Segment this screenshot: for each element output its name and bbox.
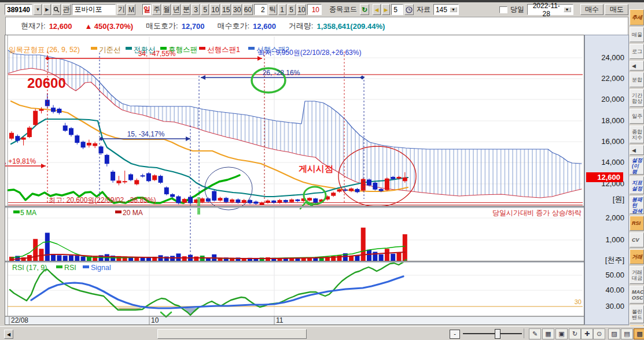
zoom-icon[interactable]: ⊙ xyxy=(593,328,605,339)
svg-text:최저: 9,950원(22/10/28,+26.63%): 최저: 9,950원(22/10/28,+26.63%) xyxy=(258,49,361,57)
svg-text:11: 11 xyxy=(276,316,284,324)
zoom-slider-track[interactable] xyxy=(463,333,522,334)
memo-icon[interactable]: ✎ xyxy=(529,328,541,339)
tick-count-input[interactable]: 2 xyxy=(254,4,267,15)
sidebar-item-0[interactable]: 추세 xyxy=(630,9,644,25)
sidebar-item-5[interactable]: 기간 합상 xyxy=(630,89,644,107)
scroll-left-button[interactable]: ◀ xyxy=(4,330,13,339)
date-combo[interactable]: 2022-11-28▼ xyxy=(527,4,573,15)
prev-arrow-button[interactable]: ◀ xyxy=(373,4,381,15)
sidebar-item-14[interactable]: 거래 xyxy=(630,249,644,264)
sidebar-item-7[interactable]: 종합 지수 xyxy=(630,125,644,143)
sidebar-item-3[interactable]: ◀ xyxy=(630,61,644,71)
axis-tick: 30.00 xyxy=(605,302,624,311)
sidebar-item-9[interactable]: 설정 (이평 xyxy=(630,157,644,175)
period-button-4[interactable]: 분 xyxy=(182,4,190,15)
svg-text:20600: 20600 xyxy=(27,75,66,91)
axis-tick: 50.00 xyxy=(605,271,624,279)
sidebar-item-11[interactable]: 봉패턴 검색 xyxy=(630,196,644,214)
tick-button[interactable]: 틱 xyxy=(268,4,277,15)
refresh-icon[interactable]: ↻ xyxy=(569,328,581,339)
refresh-icon[interactable]: ↻ xyxy=(360,4,369,15)
sidebar-item-8[interactable]: ◀ xyxy=(630,145,644,155)
svg-text:기준선: 기준선 xyxy=(99,46,121,54)
tickn-button-5[interactable]: 5 xyxy=(288,4,296,15)
gi-button[interactable]: 기 xyxy=(117,4,126,15)
axis-tick: [천주] xyxy=(605,255,624,265)
snapshot-icon[interactable]: ▣ xyxy=(555,328,568,339)
minute-button-3[interactable]: 3 xyxy=(192,4,200,15)
sidebar-item-16[interactable]: MAC OSC xyxy=(630,286,644,304)
ask-value: 12,700 xyxy=(182,22,205,31)
sell-button[interactable]: 매도 xyxy=(605,4,628,15)
volume-label: 거래량: xyxy=(289,21,314,31)
indicator-sidebar: 추세매물로그◀분합기간 합상일주종합 지수◀설정 (이평지표 설정봉패턴 검색R… xyxy=(630,9,644,326)
axis-tick: 22,000 xyxy=(601,74,624,83)
chart-toolbar: 389140▼▶관포바이포기M일주월년분35101530602틱151010종목… xyxy=(5,2,628,17)
axis-tick: 40.00 xyxy=(605,286,624,294)
gwan-button[interactable]: 관 xyxy=(62,4,71,15)
chart-tool-icon[interactable]: ▤ xyxy=(621,328,633,339)
sidebar-item-10[interactable]: 지표 설정 xyxy=(630,176,644,194)
svg-text:8, +19,81%: 8, +19,81% xyxy=(5,157,36,165)
minute-button-30[interactable]: 30 xyxy=(232,4,242,15)
svg-text:26, -28.16%: 26, -28.16% xyxy=(263,69,300,77)
svg-text:20 MA: 20 MA xyxy=(123,209,143,217)
minute-button-15[interactable]: 15 xyxy=(221,4,231,15)
tick-red-input[interactable]: 10 xyxy=(307,4,322,15)
svg-text:일목균형표 (26, 9, 52): 일목균형표 (26, 9, 52) xyxy=(9,46,80,54)
zoom-slider-handle[interactable] xyxy=(495,329,501,339)
svg-text:30: 30 xyxy=(575,298,582,305)
svg-text:Signal: Signal xyxy=(91,264,111,272)
period-button-2[interactable]: 월 xyxy=(162,4,171,15)
code-dropdown-button[interactable]: ▼ xyxy=(34,4,42,15)
minute-button-10[interactable]: 10 xyxy=(210,4,220,15)
ask-label: 매도호가: xyxy=(146,21,178,31)
svg-text:RSI (17, 9): RSI (17, 9) xyxy=(12,264,47,272)
svg-text:22/08: 22/08 xyxy=(11,316,28,324)
minute-button-5[interactable]: 5 xyxy=(201,4,209,15)
code-next-button[interactable]: ▶ xyxy=(43,4,51,15)
period-button-1[interactable]: 주 xyxy=(152,4,161,15)
today-checkbox[interactable] xyxy=(499,6,507,13)
buy-button[interactable]: 매수 xyxy=(580,4,604,15)
data-count-combo[interactable]: 145▼ xyxy=(433,4,459,15)
active-tool-icon[interactable]: ▩ xyxy=(634,328,644,339)
minute-button-60[interactable]: 60 xyxy=(243,4,253,15)
sidebar-item-15[interactable]: 거래 대금 xyxy=(630,266,644,284)
sidebar-item-13[interactable]: CV xyxy=(630,232,644,247)
stock-name-input[interactable]: 포바이포 xyxy=(72,4,116,15)
current-price-value: 12,600 xyxy=(49,22,72,31)
tickn-button-10[interactable]: 10 xyxy=(297,4,307,15)
search-icon[interactable] xyxy=(52,4,60,15)
today-label: 당일 xyxy=(509,5,526,14)
tickn-button-1[interactable]: 1 xyxy=(278,4,286,15)
m-button[interactable]: M xyxy=(127,4,135,15)
layers-icon[interactable]: ▦ xyxy=(542,328,554,339)
chart-canvas[interactable]: 30일목균형표 (26, 9, 52)기준선전환선후행스팬선행스팬1선행스팬25… xyxy=(5,35,584,325)
svg-text:RSI: RSI xyxy=(64,264,76,272)
chart-area-zoom-icon[interactable]: ▨ xyxy=(608,328,620,339)
sidebar-item-1[interactable]: 매물 xyxy=(630,27,644,42)
sidebar-item-2[interactable]: 로그 xyxy=(630,44,644,59)
price-info-bar: 현재가: 12,600 ▲ 450(3.70%) 매도호가: 12,700 매수… xyxy=(5,17,628,35)
svg-text:5 MA: 5 MA xyxy=(20,209,36,217)
clock-icon[interactable] xyxy=(404,4,414,15)
stock-chart[interactable]: 30일목균형표 (26, 9, 52)기준선전환선후행스팬선행스팬1선행스팬25… xyxy=(5,35,584,324)
data-label: 자료 xyxy=(415,5,432,14)
crosshair-icon[interactable]: ✚ xyxy=(581,328,593,339)
next-arrow-button[interactable]: ▶ xyxy=(382,4,390,15)
bars-count-input[interactable]: 5 xyxy=(391,4,403,15)
zoom-out-button[interactable]: - xyxy=(450,330,460,339)
sidebar-item-4[interactable]: 분합 xyxy=(630,72,644,87)
axis-tick: [원] xyxy=(613,194,624,205)
stock-code-input[interactable]: 389140 xyxy=(5,4,32,15)
trading-app-window: 389140▼▶관포바이포기M일주월년분35101530602틱151010종목… xyxy=(0,0,644,340)
sidebar-item-6[interactable]: 일주 xyxy=(630,109,644,124)
period-button-3[interactable]: 년 xyxy=(172,4,181,15)
sidebar-item-17[interactable]: 볼린 밴드 xyxy=(630,305,644,323)
period-button-0[interactable]: 일 xyxy=(142,4,151,15)
sidebar-item-12[interactable]: RSI xyxy=(630,216,644,231)
scrollbar-thumb[interactable] xyxy=(157,329,307,339)
svg-text:최고: 20,600원(22/09/02, -38.83%): 최고: 20,600원(22/09/02, -38.83%) xyxy=(49,196,156,204)
